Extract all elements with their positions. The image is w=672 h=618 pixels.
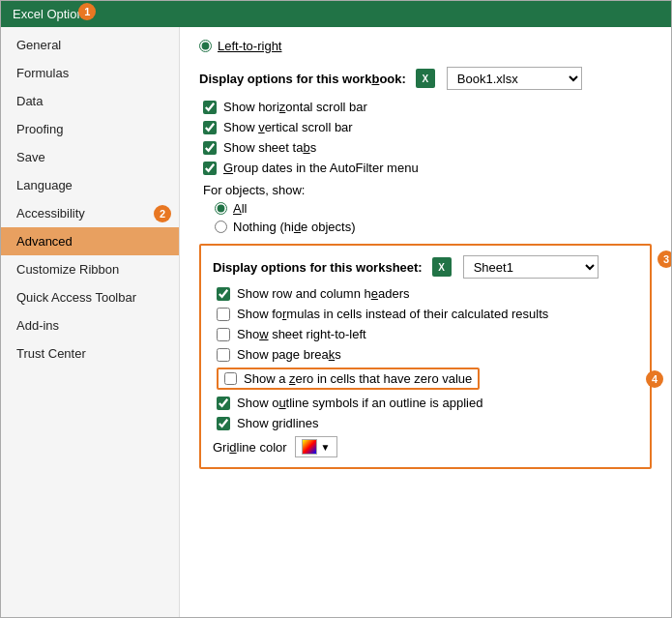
checkbox-vertical-scroll[interactable] xyxy=(203,121,217,134)
checkbox-rtl-label: Show sheet right-to-left xyxy=(237,327,366,341)
gridline-color-label: Gridline color xyxy=(213,440,287,455)
sidebar-item-quick-access[interactable]: Quick Access Toolbar xyxy=(1,283,179,311)
checkbox-horizontal-scroll[interactable] xyxy=(203,101,217,114)
objects-radio-group: All Nothing (hide objects) xyxy=(215,201,652,234)
sidebar-item-trust-center[interactable]: Trust Center xyxy=(1,339,179,368)
sidebar-item-advanced[interactable]: Advanced xyxy=(1,227,179,255)
sidebar-item-proofing[interactable]: Proofing xyxy=(1,115,179,143)
color-dropdown-icon: ▼ xyxy=(321,442,331,453)
radio-nothing-row: Nothing (hide objects) xyxy=(215,220,652,234)
workbook-underline: b xyxy=(371,72,379,86)
sidebar-item-save[interactable]: Save xyxy=(1,143,179,171)
checkbox-sheet-tabs-row: Show sheet tabs xyxy=(199,140,652,155)
worksheet-badge: 3 xyxy=(657,250,671,268)
ltr-radio[interactable] xyxy=(199,40,212,52)
title-badge: 1 xyxy=(78,3,96,20)
radio-all[interactable] xyxy=(215,202,227,215)
sidebar-item-data[interactable]: Data xyxy=(1,87,179,115)
checkbox-row-col-label: Show row and column headers xyxy=(237,286,410,301)
accessibility-badge: 2 xyxy=(154,205,171,222)
worksheet-dropdown-row: Display options for this worksheet: X Sh… xyxy=(213,255,638,279)
checkbox-sheet-tabs-label: Show sheet tabs xyxy=(223,140,316,155)
checkbox-rtl-row: Show sheet right-to-left xyxy=(213,327,638,341)
sidebar-item-general[interactable]: General xyxy=(1,31,179,59)
checkbox-outline-label: Show outline symbols if an outline is ap… xyxy=(237,396,482,410)
excel-icon-worksheet: X xyxy=(432,257,452,277)
sidebar-item-formulas[interactable]: Formulas xyxy=(1,59,179,87)
radio-all-label: All xyxy=(233,201,247,216)
checkbox-group-dates-row: Group dates in the AutoFilter menu xyxy=(199,161,652,175)
checkbox-sheet-tabs[interactable] xyxy=(203,141,217,155)
checkbox-row-col-headers[interactable] xyxy=(217,287,230,301)
checkbox-page-breaks[interactable] xyxy=(217,348,230,362)
checkbox-outline-row: Show outline symbols if an outline is ap… xyxy=(213,396,638,410)
checkbox-show-zero[interactable] xyxy=(224,372,237,385)
worksheet-label: Display options for this worksheet: xyxy=(213,260,423,275)
checkbox-formulas-label: Show formulas in cells instead of their … xyxy=(237,307,548,321)
radio-nothing-label: Nothing (hide objects) xyxy=(233,220,355,234)
worksheet-select[interactable]: Sheet1 xyxy=(463,255,599,279)
checkbox-formulas-row: Show formulas in cells instead of their … xyxy=(213,307,638,321)
checkbox-zero-label: Show a zero in cells that have zero valu… xyxy=(244,371,472,386)
title-bar: Excel Options 1 xyxy=(1,1,671,27)
checkbox-gridlines-row: Show gridlines xyxy=(213,416,638,430)
main-content: Left-to-right Display options for this w… xyxy=(180,27,671,617)
content-area: General Formulas Data Proofing Save Lang… xyxy=(1,27,671,617)
ltr-radio-row: Left-to-right xyxy=(199,39,652,53)
workbook-dropdown-row: Display options for this workbook: X Boo… xyxy=(199,67,652,90)
checkbox-gridlines-label: Show gridlines xyxy=(237,416,319,430)
checkbox-page-breaks-label: Show page breaks xyxy=(237,347,341,362)
checkbox-formulas[interactable] xyxy=(217,308,230,321)
checkbox-gridlines[interactable] xyxy=(217,417,230,430)
sidebar-item-customize-ribbon[interactable]: Customize Ribbon xyxy=(1,255,179,283)
checkbox-group-dates-label: Group dates in the AutoFilter menu xyxy=(223,161,419,175)
checkbox-horizontal-row: Show horizontal scroll bar xyxy=(199,100,652,114)
checkbox-group-dates[interactable] xyxy=(203,162,217,175)
gridline-color-button[interactable]: ▼ xyxy=(295,436,337,457)
checkbox-row-col-row: Show row and column headers xyxy=(213,286,638,301)
sidebar-item-accessibility[interactable]: Accessibility 2 xyxy=(1,199,179,227)
checkbox-vertical-row: Show vertical scroll bar xyxy=(199,120,652,134)
color-swatch xyxy=(302,439,317,455)
checkbox-vertical-label: Show vertical scroll bar xyxy=(223,120,353,134)
excel-icon-workbook: X xyxy=(416,69,435,88)
ltr-label: Left-to-right xyxy=(218,39,281,53)
gridline-color-row: Gridline color ▼ xyxy=(213,436,638,457)
checkbox-page-breaks-row: Show page breaks xyxy=(213,347,638,362)
sidebar-item-language[interactable]: Language xyxy=(1,171,179,199)
zero-row-container: Show a zero in cells that have zero valu… xyxy=(217,368,638,390)
checkbox-horizontal-label: Show horizontal scroll bar xyxy=(223,100,367,114)
workbook-select[interactable]: Book1.xlsx xyxy=(447,67,582,90)
worksheet-section: Display options for this worksheet: X Sh… xyxy=(199,244,652,469)
radio-nothing[interactable] xyxy=(215,221,227,233)
checkbox-rtl[interactable] xyxy=(217,328,230,341)
sidebar: General Formulas Data Proofing Save Lang… xyxy=(1,27,180,617)
zero-badge: 4 xyxy=(646,370,663,388)
workbook-label: Display options for this workbook: xyxy=(199,72,406,86)
for-objects-label: For objects, show: xyxy=(203,183,652,197)
radio-all-row: All xyxy=(215,201,652,216)
sidebar-item-add-ins[interactable]: Add-ins xyxy=(1,311,179,339)
zero-highlight-box: Show a zero in cells that have zero valu… xyxy=(217,368,480,390)
excel-options-dialog: Excel Options 1 General Formulas Data Pr… xyxy=(0,0,672,618)
checkbox-outline[interactable] xyxy=(217,397,230,410)
